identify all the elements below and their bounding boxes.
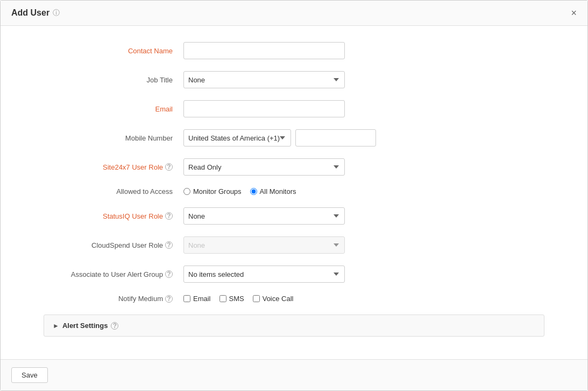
- radio-all-monitors-input[interactable]: [250, 188, 257, 195]
- allowed-access-label: Allowed to Access: [44, 187, 183, 195]
- alert-settings-section: ► Alert Settings ?: [44, 315, 544, 337]
- modal-body: Contact Name Job Title None Manager Engi…: [1, 26, 587, 359]
- close-button[interactable]: ×: [571, 8, 577, 18]
- radio-all-monitors[interactable]: All Monitors: [250, 187, 296, 195]
- email-label: Email: [44, 105, 183, 113]
- statusiq-role-row: StatusIQ User Role ? None Admin Viewer: [44, 207, 544, 225]
- job-title-row: Job Title None Manager Engineer Director…: [44, 71, 544, 88]
- mobile-group: United States of America (+1) United Kin…: [183, 129, 376, 146]
- checkbox-email-label: Email: [193, 295, 211, 303]
- notify-medium-row: Notify Medium ? Email SMS Voice Call: [44, 295, 544, 303]
- cloudspend-role-label: CloudSpend User Role ?: [44, 241, 183, 249]
- modal-header: Add User ⓘ ×: [1, 1, 587, 26]
- mobile-number-label: Mobile Number: [44, 134, 183, 142]
- alert-settings-help-icon[interactable]: ?: [111, 322, 118, 330]
- email-input[interactable]: [183, 100, 345, 117]
- cloudspend-role-help-icon[interactable]: ?: [165, 241, 173, 249]
- cloudspend-role-select: None Admin Viewer: [183, 236, 345, 254]
- checkbox-sms-label: SMS: [229, 295, 244, 303]
- checkbox-sms-input[interactable]: [219, 295, 226, 302]
- site24x7-role-help-icon[interactable]: ?: [165, 163, 173, 171]
- email-row: Email: [44, 100, 544, 117]
- job-title-select[interactable]: None Manager Engineer Director Other: [183, 71, 345, 88]
- add-user-modal: Add User ⓘ × Contact Name Job Title None…: [0, 0, 588, 391]
- alert-group-help-icon[interactable]: ?: [165, 270, 173, 278]
- modal-header-left: Add User ⓘ: [11, 8, 60, 18]
- site24x7-role-label: Site24x7 User Role ?: [44, 163, 183, 171]
- checkbox-voice-call-input[interactable]: [253, 295, 260, 302]
- notify-medium-label: Notify Medium ?: [44, 295, 183, 303]
- alert-group-row: Associate to User Alert Group ? No items…: [44, 266, 544, 283]
- mobile-number-input[interactable]: [295, 129, 376, 146]
- statusiq-role-help-icon[interactable]: ?: [165, 212, 173, 220]
- checkbox-sms[interactable]: SMS: [219, 295, 244, 303]
- checkbox-email[interactable]: Email: [183, 295, 211, 303]
- modal-footer: Save: [1, 359, 587, 390]
- statusiq-role-select[interactable]: None Admin Viewer: [183, 207, 345, 225]
- allowed-access-radio-group: Monitor Groups All Monitors: [183, 187, 296, 195]
- site24x7-role-select[interactable]: Read Only Admin Super Admin Operator Bil…: [183, 158, 345, 176]
- statusiq-role-label: StatusIQ User Role ?: [44, 212, 183, 220]
- alert-settings-header[interactable]: ► Alert Settings ?: [44, 315, 544, 336]
- mobile-number-row: Mobile Number United States of America (…: [44, 129, 544, 146]
- notify-medium-help-icon[interactable]: ?: [165, 295, 173, 303]
- contact-name-label: Contact Name: [44, 47, 183, 55]
- alert-settings-chevron-icon: ►: [53, 322, 59, 330]
- contact-name-row: Contact Name: [44, 42, 544, 59]
- header-info-icon[interactable]: ⓘ: [53, 8, 60, 18]
- modal-title: Add User: [11, 8, 49, 18]
- job-title-label: Job Title: [44, 76, 183, 84]
- mobile-country-select[interactable]: United States of America (+1) United Kin…: [183, 129, 291, 146]
- alert-settings-label: Alert Settings: [62, 322, 108, 330]
- contact-name-input[interactable]: [183, 42, 345, 59]
- alert-group-label: Associate to User Alert Group ?: [44, 270, 183, 278]
- notify-medium-checkbox-group: Email SMS Voice Call: [183, 295, 294, 303]
- radio-monitor-groups-label: Monitor Groups: [193, 187, 242, 195]
- radio-all-monitors-label: All Monitors: [260, 187, 296, 195]
- save-button[interactable]: Save: [11, 367, 48, 383]
- radio-monitor-groups-input[interactable]: [183, 188, 190, 195]
- checkbox-voice-call[interactable]: Voice Call: [253, 295, 294, 303]
- checkbox-email-input[interactable]: [183, 295, 190, 302]
- checkbox-voice-call-label: Voice Call: [263, 295, 294, 303]
- alert-group-select[interactable]: No items selected: [183, 266, 345, 283]
- site24x7-role-row: Site24x7 User Role ? Read Only Admin Sup…: [44, 158, 544, 176]
- radio-monitor-groups[interactable]: Monitor Groups: [183, 187, 242, 195]
- cloudspend-role-row: CloudSpend User Role ? None Admin Viewer: [44, 236, 544, 254]
- allowed-access-row: Allowed to Access Monitor Groups All Mon…: [44, 187, 544, 195]
